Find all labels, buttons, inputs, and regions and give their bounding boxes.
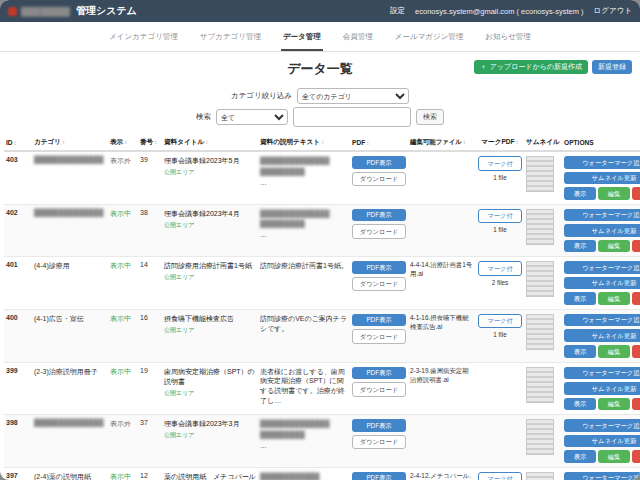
pdf-view-button[interactable]: PDF表示 xyxy=(352,367,406,380)
pdf-view-button[interactable]: PDF表示 xyxy=(352,419,406,432)
watermark-add-button[interactable]: ウォーターマーク追加 xyxy=(564,419,640,432)
thumbnail-update-button[interactable]: サムネイル更新 xyxy=(564,172,640,185)
cell-number: 12 xyxy=(138,467,162,480)
column-header-pdf[interactable]: PDF↕ xyxy=(350,135,408,151)
pdf-view-button[interactable]: PDF表示 xyxy=(352,261,406,274)
thumbnail-update-button[interactable]: サムネイル更新 xyxy=(564,435,640,448)
edit-button[interactable]: 編集 xyxy=(598,398,630,411)
column-header-description[interactable]: 資料の説明テキスト↕ xyxy=(258,135,350,151)
watermark-add-button[interactable]: ウォーターマーク追加 xyxy=(564,261,640,274)
thumbnail-update-button[interactable]: サムネイル更新 xyxy=(564,277,640,290)
mark-pdf-button[interactable]: マーク付 xyxy=(478,261,522,276)
table-row: 397 (2-4)薬の説明用紙 表示中 12 薬の説明用紙 メチコバール 公開エ… xyxy=(4,467,640,480)
watermark-add-button[interactable]: ウォーターマーク追加 xyxy=(564,367,640,380)
download-button[interactable]: ダウンロード xyxy=(352,329,406,344)
delete-button[interactable]: 削除 xyxy=(632,240,640,253)
download-button[interactable]: ダウンロード xyxy=(352,172,406,187)
cell-editable-file xyxy=(408,415,476,468)
table-row: 400 (4-1)広告・宣伝 表示中 16 摂食嚥下機能検査広告 公開エリア 訪… xyxy=(4,309,640,362)
download-button[interactable]: ダウンロード xyxy=(352,435,406,450)
search-input[interactable] xyxy=(293,107,411,127)
upload-create-button[interactable]: ＋ アップロードからの新規作成 xyxy=(474,60,588,74)
thumbnail-update-button[interactable]: サムネイル更新 xyxy=(564,382,640,395)
tab-sub-category[interactable]: サブカテゴリ管理 xyxy=(198,28,263,51)
category-label: (2-3)治療説明用冊子 xyxy=(34,368,98,375)
cell-markpdf: マーク付 2 files xyxy=(476,257,524,310)
column-header-category[interactable]: カテゴリ↕ xyxy=(32,135,108,151)
logout-link[interactable]: ログアウト xyxy=(594,6,632,16)
settings-link[interactable]: 設定 xyxy=(390,6,405,16)
delete-button[interactable]: 削除 xyxy=(632,450,640,463)
mark-pdf-button[interactable]: マーク付 xyxy=(478,209,522,224)
column-header-display[interactable]: 表示↕ xyxy=(108,135,138,151)
search-label: 検索 xyxy=(196,112,211,122)
view-button[interactable]: 表示 xyxy=(564,450,596,463)
delete-button[interactable]: 削除 xyxy=(632,187,640,200)
cell-description: 訪問診療治療計画書1号紙。 xyxy=(258,257,350,310)
tab-main-category[interactable]: メインカテゴリ管理 xyxy=(107,28,180,51)
edit-button[interactable]: 編集 xyxy=(598,240,630,253)
tab-news[interactable]: お知らせ管理 xyxy=(483,28,533,51)
edit-button[interactable]: 編集 xyxy=(598,187,630,200)
search-scope-select[interactable]: 全て xyxy=(216,109,288,125)
delete-button[interactable]: 削除 xyxy=(632,292,640,305)
cell-id: 397 xyxy=(4,467,32,480)
cell-markpdf: マーク付 1 file xyxy=(476,151,524,204)
doc-title: 理事会議事録2023年5月 xyxy=(164,156,256,166)
mark-pdf-button[interactable]: マーク付 xyxy=(478,156,522,171)
tab-mail-magazine[interactable]: メールマガジン管理 xyxy=(393,28,466,51)
account-email: econosys.system@gmail.com ( econosys-sys… xyxy=(415,7,584,16)
view-button[interactable]: 表示 xyxy=(564,292,596,305)
column-header-editable-file[interactable]: 編集可能ファイル↕ xyxy=(408,135,476,151)
download-button[interactable]: ダウンロード xyxy=(352,277,406,292)
category-filter-row: カテゴリ絞り込み 全てのカテゴリ xyxy=(0,88,640,104)
thumbnail-update-button[interactable]: サムネイル更新 xyxy=(564,224,640,237)
column-header-thumbnail[interactable]: サムネイル↕ xyxy=(524,135,562,151)
download-button[interactable]: ダウンロード xyxy=(352,224,406,239)
thumbnail-image xyxy=(526,419,554,455)
mark-files-count: 1 file xyxy=(478,331,522,338)
tab-members[interactable]: 会員管理 xyxy=(341,28,375,51)
watermark-add-button[interactable]: ウォーターマーク追加 xyxy=(564,209,640,222)
table-row: 402 ██████████████ 表示中 38 理事会議事録2023年4月 … xyxy=(4,204,640,257)
view-button[interactable]: 表示 xyxy=(564,345,596,358)
cell-description: ██████████████████████フロリードゲル…████████ xyxy=(258,467,350,480)
watermark-add-button[interactable]: ウォーターマーク追加 xyxy=(564,472,640,480)
search-button[interactable]: 検索 xyxy=(416,109,444,125)
download-button[interactable]: ダウンロード xyxy=(352,382,406,397)
column-header-id[interactable]: ID↕ xyxy=(4,135,32,151)
pdf-view-button[interactable]: PDF表示 xyxy=(352,156,406,169)
top-navbar: ████ ██████ 管理システム 設定 econosys.system@gm… xyxy=(0,0,640,22)
mark-pdf-button[interactable]: マーク付 xyxy=(478,472,522,480)
column-header-title[interactable]: 資料タイトル↕ xyxy=(162,135,258,151)
edit-button[interactable]: 編集 xyxy=(598,450,630,463)
cell-editable-file xyxy=(408,151,476,204)
pdf-view-button[interactable]: PDF表示 xyxy=(352,314,406,327)
cell-editable-file: 4-1-16.摂食嚥下機能検査広告.ai xyxy=(408,309,476,362)
view-button[interactable]: 表示 xyxy=(564,398,596,411)
category-filter-select[interactable]: 全てのカテゴリ xyxy=(297,88,409,104)
edit-button[interactable]: 編集 xyxy=(598,292,630,305)
new-register-button[interactable]: 新規登録 xyxy=(592,60,632,74)
watermark-add-button[interactable]: ウォーターマーク追加 xyxy=(564,314,640,327)
tab-data-management[interactable]: データ管理 xyxy=(281,28,323,51)
column-header-number[interactable]: 番号↕ xyxy=(138,135,162,151)
cell-markpdf xyxy=(476,362,524,415)
delete-button[interactable]: 削除 xyxy=(632,398,640,411)
mark-pdf-button[interactable]: マーク付 xyxy=(478,314,522,329)
pdf-view-button[interactable]: PDF表示 xyxy=(352,472,406,480)
main-content: データ一覧 ＋ アップロードからの新規作成 新規登録 カテゴリ絞り込み 全てのカ… xyxy=(0,60,640,480)
column-header-markpdf[interactable]: マークPDF↕ xyxy=(476,135,524,151)
watermark-add-button[interactable]: ウォーターマーク追加 xyxy=(564,156,640,169)
sort-icon: ↕ xyxy=(516,139,519,145)
thumbnail-update-button[interactable]: サムネイル更新 xyxy=(564,329,640,342)
edit-button[interactable]: 編集 xyxy=(598,345,630,358)
category-label: (4-1)広告・宣伝 xyxy=(34,315,84,322)
category-label: ██████████████ xyxy=(34,419,103,426)
view-button[interactable]: 表示 xyxy=(564,240,596,253)
delete-button[interactable]: 削除 xyxy=(632,345,640,358)
pdf-view-button[interactable]: PDF表示 xyxy=(352,209,406,222)
status-label: 表示中 xyxy=(110,262,131,269)
status-label: 表示中 xyxy=(110,210,131,217)
view-button[interactable]: 表示 xyxy=(564,187,596,200)
